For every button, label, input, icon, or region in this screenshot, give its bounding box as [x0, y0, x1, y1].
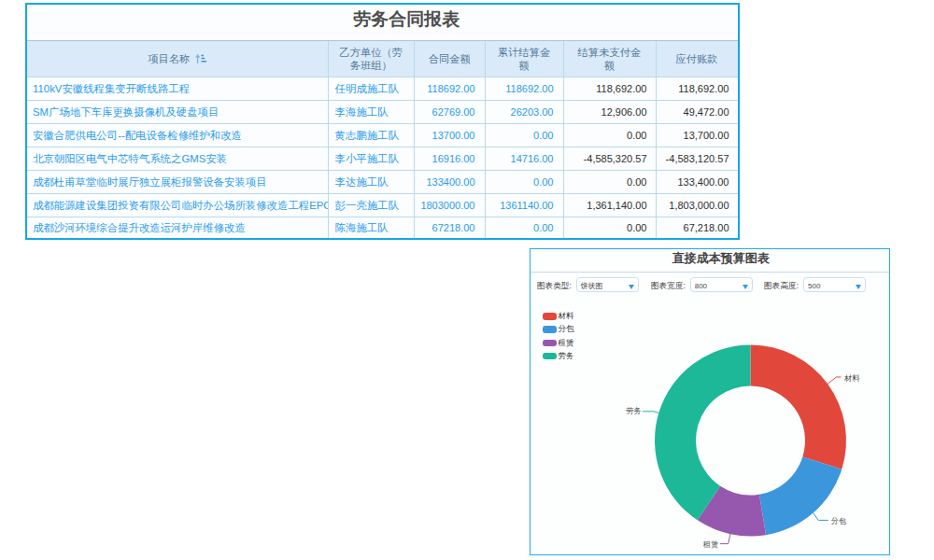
svg-text:材料: 材料: [843, 372, 860, 382]
svg-text:劳务: 劳务: [626, 405, 642, 414]
svg-text:分包: 分包: [830, 515, 846, 525]
svg-text:租赁: 租赁: [702, 539, 719, 548]
